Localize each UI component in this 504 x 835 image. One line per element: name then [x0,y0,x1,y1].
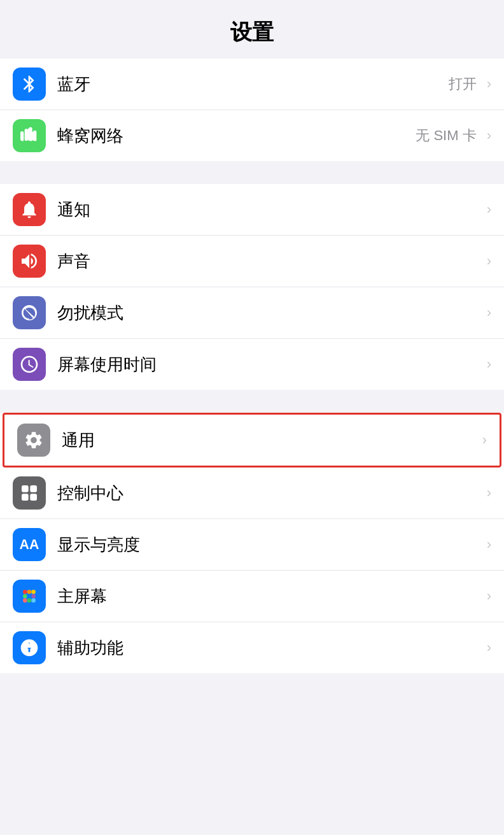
page-title: 设置 [0,0,504,59]
notification-icon-wrap [13,193,46,226]
control-right: › [483,485,491,501]
notification-label: 通知 [57,199,483,221]
display-row[interactable]: AA 显示与亮度 › [0,519,504,571]
homescreen-icon [19,586,39,606]
dnd-chevron: › [487,304,491,321]
accessibility-icon-wrap [13,631,46,664]
sound-icon-wrap [13,245,46,278]
screentime-row[interactable]: 屏幕使用时间 › [0,339,504,390]
control-label: 控制中心 [57,482,483,504]
bluetooth-value: 打开 [449,75,477,94]
dnd-right: › [483,304,491,321]
homescreen-label: 主屏幕 [57,585,483,608]
cellular-value: 无 SIM 卡 [416,126,476,145]
gap-1 [0,161,504,184]
bluetooth-icon [19,74,39,94]
dnd-row[interactable]: 勿扰模式 › [0,287,504,339]
notification-row[interactable]: 通知 › [0,184,504,236]
sound-chevron: › [487,253,491,269]
cellular-icon-wrap [13,119,46,152]
svg-point-9 [27,594,32,599]
svg-text:AA: AA [20,537,39,552]
general-row[interactable]: 通用 › [3,413,501,467]
general-chevron: › [482,432,487,448]
svg-point-11 [23,598,27,603]
display-chevron: › [487,536,491,553]
bluetooth-icon-wrap [13,68,46,101]
svg-point-14 [28,640,31,643]
screentime-icon [19,354,39,375]
screentime-chevron: › [487,356,491,373]
notification-chevron: › [487,201,491,218]
cellular-row[interactable]: 蜂窝网络 无 SIM 卡 › [0,110,504,161]
display-icon-wrap: AA [13,528,46,561]
bluetooth-label: 蓝牙 [57,73,449,96]
sound-icon [19,251,39,271]
screentime-icon-wrap [13,348,46,381]
homescreen-icon-wrap [13,580,46,613]
screentime-right: › [483,356,491,373]
svg-point-12 [27,598,32,603]
sound-row[interactable]: 声音 › [0,236,504,287]
cellular-label: 蜂窝网络 [57,125,416,147]
accessibility-label: 辅助功能 [57,637,483,659]
control-icon-wrap [13,476,46,510]
svg-point-13 [31,598,36,603]
connectivity-section: 蓝牙 打开 › 蜂窝网络 无 SIM 卡 › [0,59,504,161]
accessibility-icon [19,638,39,658]
general-label: 通用 [62,429,479,452]
screentime-label: 屏幕使用时间 [57,353,483,376]
bluetooth-chevron: › [487,76,491,92]
svg-point-7 [31,590,36,594]
system-section: 通用 › 控制中心 › AA 显示与亮度 › [0,413,504,673]
notification-icon [19,199,39,220]
bluetooth-row[interactable]: 蓝牙 打开 › [0,59,504,110]
display-right: › [483,536,491,553]
notification-right: › [483,201,491,218]
cellular-right: 无 SIM 卡 › [416,126,491,145]
accessibility-chevron: › [487,639,491,656]
svg-point-10 [31,594,36,599]
display-label: 显示与亮度 [57,534,483,556]
accessibility-right: › [483,639,491,656]
cellular-chevron: › [487,127,491,144]
control-chevron: › [487,485,491,501]
sound-label: 声音 [57,250,483,273]
general-icon-wrap [17,424,50,457]
homescreen-row[interactable]: 主屏幕 › [0,571,504,622]
notifications-section: 通知 › 声音 › 勿扰模式 › [0,184,504,390]
cellular-icon [19,125,39,146]
homescreen-chevron: › [487,588,491,604]
sound-right: › [483,253,491,269]
homescreen-right: › [483,588,491,604]
svg-rect-3 [30,494,37,501]
svg-point-6 [27,590,32,594]
bluetooth-right: 打开 › [449,75,491,94]
svg-rect-0 [22,485,29,492]
svg-rect-2 [22,494,29,501]
general-right: › [479,432,487,448]
dnd-label: 勿扰模式 [57,302,483,324]
dnd-icon-wrap [13,296,46,329]
svg-point-8 [23,594,27,599]
control-icon [19,483,39,503]
general-icon [24,430,44,450]
control-center-row[interactable]: 控制中心 › [0,467,504,519]
dnd-icon [19,303,39,323]
svg-rect-1 [30,485,37,492]
svg-point-5 [23,590,27,594]
display-icon: AA [19,534,39,555]
accessibility-row[interactable]: 辅助功能 › [0,622,504,673]
gap-2 [0,390,504,413]
